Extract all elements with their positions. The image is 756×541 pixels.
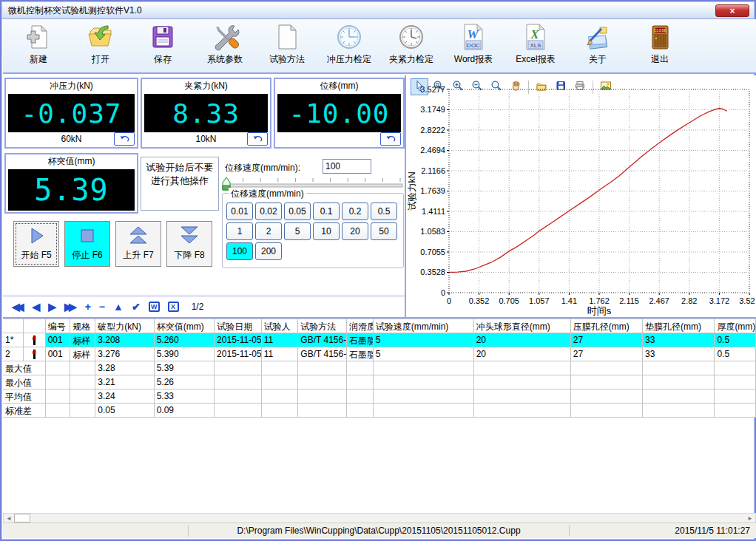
- nav-prev-button[interactable]: ◀: [33, 302, 41, 312]
- toolbar-button-save[interactable]: 保存: [132, 22, 194, 66]
- scroll-right-arrow[interactable]: ►: [745, 514, 755, 523]
- speed-preset-50[interactable]: 50: [371, 222, 397, 240]
- speed-input[interactable]: [323, 159, 371, 174]
- speed-preset-10[interactable]: 10: [313, 222, 340, 240]
- table-cell[interactable]: 3.276: [95, 347, 154, 361]
- table-cell[interactable]: GB/T 4156-: [298, 333, 347, 347]
- speed-preset-200[interactable]: 200: [255, 242, 282, 260]
- column-header[interactable]: 规格: [70, 319, 95, 333]
- scroll-thumb[interactable]: [14, 514, 30, 523]
- table-cell[interactable]: 11: [262, 333, 299, 347]
- toolbar-button-test-method[interactable]: 试验方法: [256, 22, 318, 66]
- table-cell[interactable]: GB/T 4156-: [298, 347, 347, 361]
- slider-track[interactable]: [223, 184, 402, 187]
- nav-excel-export-button[interactable]: X: [168, 302, 179, 312]
- column-header[interactable]: 杯突值(mm): [155, 319, 215, 333]
- nav-word-export-button[interactable]: W: [149, 302, 160, 312]
- table-cell[interactable]: 标样: [70, 347, 95, 361]
- toolbar-button-new[interactable]: 新建: [7, 22, 70, 66]
- table-cell[interactable]: 27: [571, 347, 643, 361]
- table-cell[interactable]: 5.390: [155, 347, 215, 361]
- column-header[interactable]: 压膜孔径(mm): [571, 319, 643, 333]
- table-cell[interactable]: 20: [474, 347, 571, 361]
- scroll-left-arrow[interactable]: ◄: [4, 514, 14, 523]
- column-header[interactable]: 试验速度(mm/min): [374, 319, 474, 333]
- down-button[interactable]: 下降 F8: [166, 221, 212, 267]
- displacement-zero-button[interactable]: [380, 132, 401, 146]
- column-header[interactable]: 试验人: [262, 319, 299, 333]
- column-header[interactable]: 试验日期: [215, 319, 262, 333]
- speed-preset-0.01[interactable]: 0.01: [226, 203, 253, 220]
- nav-confirm-button[interactable]: ✔: [132, 302, 141, 312]
- table-cell[interactable]: 5.260: [155, 333, 215, 347]
- svg-text:3.172: 3.172: [709, 296, 730, 305]
- column-header[interactable]: [3, 319, 24, 333]
- table-cell[interactable]: 11: [262, 347, 299, 361]
- stats-label: 平均值: [3, 389, 46, 404]
- speed-preset-20[interactable]: 20: [342, 222, 368, 240]
- nav-delete-button[interactable]: −: [99, 302, 105, 312]
- punch-force-zero-button[interactable]: [114, 132, 135, 146]
- clamp-force-zero-button[interactable]: [247, 132, 268, 146]
- column-header[interactable]: 垫膜孔径(mm): [643, 319, 715, 333]
- nav-edit-button[interactable]: ▲: [113, 302, 124, 312]
- horizontal-scrollbar[interactable]: ◄ ►: [3, 513, 756, 523]
- speed-preset-0.1[interactable]: 0.1: [313, 203, 340, 220]
- table-cell[interactable]: 33: [643, 333, 715, 347]
- column-header[interactable]: 编号: [46, 319, 71, 333]
- toolbar-button-exit[interactable]: CLOSE退出: [629, 22, 691, 66]
- svg-text:2.4694: 2.4694: [420, 146, 445, 154]
- status-datetime: 2015/11/5 11:01:27: [570, 523, 756, 538]
- speed-preset-5[interactable]: 5: [284, 222, 311, 240]
- speed-preset-0.02[interactable]: 0.02: [255, 203, 282, 220]
- toolbar-button-open[interactable]: 打开: [70, 22, 132, 66]
- table-cell[interactable]: 石墨脂: [347, 333, 374, 347]
- table-cell[interactable]: 20: [474, 333, 571, 347]
- speed-preset-0.2[interactable]: 0.2: [342, 203, 368, 220]
- toolbar-button-punch-force-cal[interactable]: 冲压力检定: [318, 22, 380, 66]
- table-row[interactable]: 1**001标样3.2085.2602015-11-0511GB/T 4156-…: [3, 333, 756, 347]
- table-cell[interactable]: 3.208: [95, 333, 154, 347]
- table-cell[interactable]: 33: [643, 347, 715, 361]
- scroll-track[interactable]: [30, 514, 745, 523]
- column-header[interactable]: 厚度(mm): [715, 319, 756, 333]
- toolbar-button-system-params[interactable]: 系统参数: [194, 22, 256, 66]
- nav-first-button[interactable]: ◀◀: [12, 302, 24, 312]
- table-cell[interactable]: 001: [46, 333, 71, 347]
- table-row[interactable]: 2*001标样3.2765.3902015-11-0511GB/T 4156-石…: [3, 347, 756, 361]
- table-cell[interactable]: 2015-11-05: [215, 347, 262, 361]
- up-button[interactable]: 上升 F7: [115, 221, 161, 267]
- start-button[interactable]: 开始 F5: [13, 221, 59, 267]
- speed-preset-2[interactable]: 2: [255, 222, 282, 240]
- nav-last-button[interactable]: ▶▶: [64, 302, 77, 312]
- toolbar-button-about[interactable]: 关于: [567, 22, 629, 66]
- nav-next-button[interactable]: ▶: [48, 302, 56, 312]
- toolbar-button-clamp-force-cal[interactable]: 夹紧力检定: [380, 22, 442, 66]
- stats-row: 平均值3.245.33: [3, 389, 756, 404]
- table-cell[interactable]: 27: [571, 333, 643, 347]
- toolbar-button-word-report[interactable]: WDOCWord报表: [442, 22, 504, 66]
- svg-text:1.41: 1.41: [561, 296, 577, 305]
- speed-preset-0.05[interactable]: 0.05: [284, 203, 311, 220]
- stop-button[interactable]: 停止 F6: [64, 221, 110, 267]
- table-cell[interactable]: 0.5: [715, 347, 756, 361]
- column-header[interactable]: [24, 319, 46, 333]
- column-header[interactable]: 润滑质: [347, 319, 374, 333]
- table-cell[interactable]: 石墨脂: [347, 347, 374, 361]
- toolbar-button-excel-report[interactable]: XXLSExcel报表: [504, 22, 567, 66]
- column-header[interactable]: 试验方法: [298, 319, 347, 333]
- speed-preset-1[interactable]: 1: [226, 222, 253, 240]
- table-cell[interactable]: 标样: [70, 333, 95, 347]
- column-header[interactable]: 冲头球形直径(mm): [474, 319, 571, 333]
- table-cell[interactable]: 5: [374, 347, 474, 361]
- table-cell[interactable]: 5: [374, 333, 474, 347]
- close-button[interactable]: ×: [715, 4, 749, 17]
- svg-text:3.524: 3.524: [739, 296, 755, 305]
- table-cell[interactable]: 0.5: [715, 333, 756, 347]
- nav-add-button[interactable]: +: [85, 302, 91, 312]
- speed-preset-0.5[interactable]: 0.5: [371, 203, 397, 220]
- speed-preset-100[interactable]: 100: [226, 242, 253, 260]
- table-cell[interactable]: 001: [46, 347, 71, 361]
- column-header[interactable]: 破型力(kN): [95, 319, 154, 333]
- table-cell[interactable]: 2015-11-05: [215, 333, 262, 347]
